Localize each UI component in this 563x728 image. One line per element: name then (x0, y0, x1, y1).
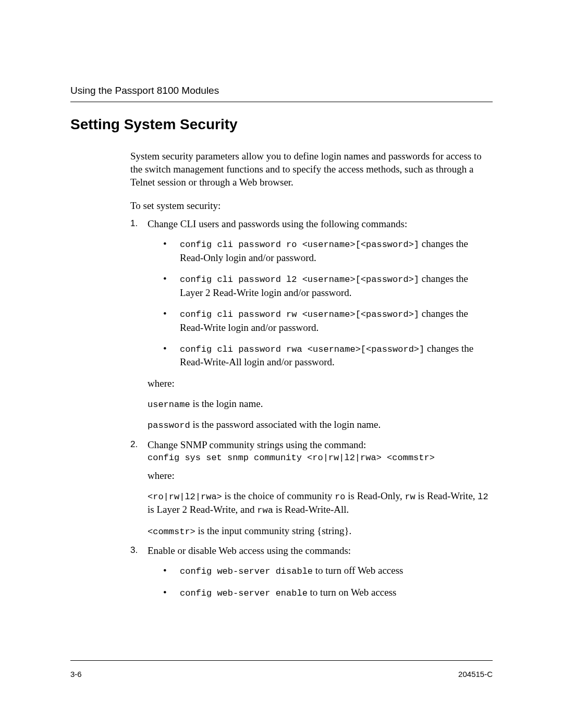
lead-in: To set system security: (130, 200, 493, 212)
where-label: where: (148, 469, 493, 482)
text: is Read-Write, (415, 490, 478, 501)
text: is the choice of community (222, 490, 335, 501)
code: password (148, 421, 190, 430)
step-3: Enable or disable Web access using the c… (130, 545, 493, 599)
code: config cli password rwa <username>[<pass… (180, 344, 424, 354)
where-password: password is the password associated with… (148, 418, 493, 431)
text: is Read-Only, (346, 490, 405, 501)
bullet-cli-rwa: config cli password rwa <username>[<pass… (163, 342, 493, 369)
text: is the password associated with the logi… (190, 419, 381, 430)
page-number: 3-6 (70, 670, 82, 678)
step-1-title: Change CLI users and passwords using the… (148, 218, 493, 230)
page-content: Using the Passport 8100 Modules Setting … (0, 0, 563, 599)
section-title: Setting System Security (70, 116, 493, 133)
text: is the input community string {string}. (195, 525, 352, 536)
step-1: Change CLI users and passwords using the… (130, 218, 493, 431)
step-1-bullets: config cli password ro <username>[<passw… (163, 237, 493, 369)
code: l2 (478, 492, 488, 502)
text: is the login name. (190, 398, 263, 409)
code: config web-server enable (180, 588, 308, 598)
bullet-cli-rw: config cli password rw <username>[<passw… (163, 307, 493, 334)
step-2-title: Change SNMP community strings using the … (148, 439, 493, 451)
document-id: 204515-C (458, 670, 493, 678)
code: config web-server disable (180, 566, 313, 576)
code: username (148, 400, 190, 410)
code: config cli password ro <username>[<passw… (180, 240, 419, 250)
code: ro (335, 492, 345, 502)
code: <ro|rw|l2|rwa> (148, 492, 222, 502)
where-label: where: (148, 377, 493, 390)
text: to turn off Web access (313, 565, 403, 576)
text: is Layer 2 Read-Write, and (148, 504, 257, 515)
text: to turn on Web access (308, 587, 397, 598)
bullet-cli-l2: config cli password l2 <username>[<passw… (163, 272, 493, 299)
bullet-web-disable: config web-server disable to turn off We… (163, 564, 493, 578)
code: <commstr> (148, 527, 195, 537)
bullet-cli-ro: config cli password ro <username>[<passw… (163, 237, 493, 264)
code: rw (405, 492, 415, 502)
code: config cli password rw <username>[<passw… (180, 310, 419, 319)
running-header: Using the Passport 8100 Modules (70, 85, 493, 102)
where-community-choice: <ro|rw|l2|rwa> is the choice of communit… (148, 489, 493, 517)
step-list: Change CLI users and passwords using the… (130, 218, 493, 599)
bullet-web-enable: config web-server enable to turn on Web … (163, 586, 493, 600)
text: is Read-Write-All. (273, 504, 349, 515)
where-username: username is the login name. (148, 397, 493, 411)
step-2: Change SNMP community strings using the … (130, 439, 493, 538)
where-commstr: <commstr> is the input community string … (148, 524, 493, 538)
intro-paragraph: System security parameters allow you to … (130, 150, 493, 189)
step-3-title: Enable or disable Web access using the c… (148, 545, 493, 557)
step-3-bullets: config web-server disable to turn off We… (163, 564, 493, 599)
code: config cli password l2 <username>[<passw… (180, 275, 419, 285)
step-2-command: config sys set snmp community <ro|rw|l2|… (148, 453, 493, 463)
code: rwa (257, 505, 273, 515)
body: System security parameters allow you to … (130, 150, 493, 599)
page-footer: 3-6 204515-C (70, 660, 493, 678)
